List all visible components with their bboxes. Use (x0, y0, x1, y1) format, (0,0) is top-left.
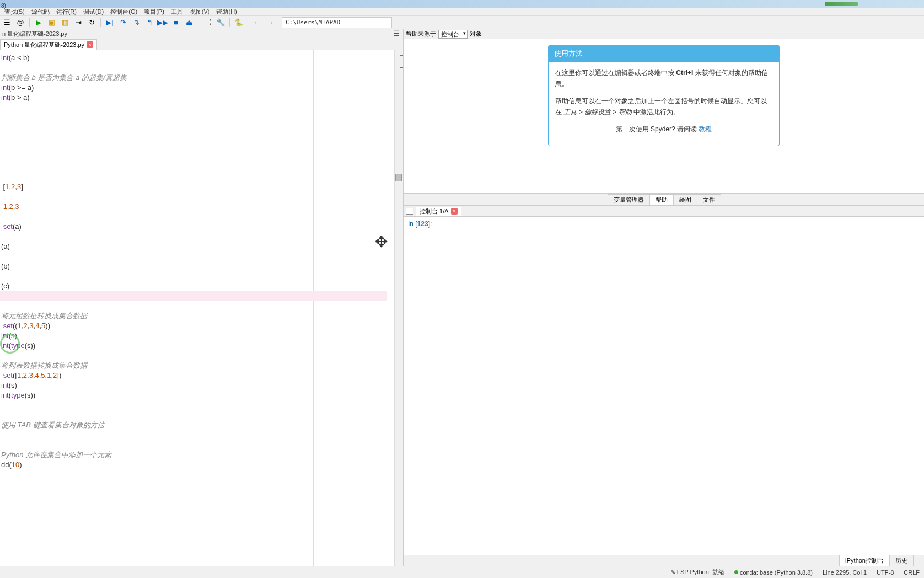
editor-scrollbar[interactable] (394, 50, 403, 566)
pythonpath-icon[interactable]: 🐍 (233, 17, 245, 28)
menu-view[interactable]: 视图(V) (186, 8, 213, 16)
tab-plots[interactable]: 绘图 (673, 194, 697, 205)
window-titlebar: 8) (0, 0, 924, 8)
code-line: 使用 TAB 键查看集合对象的方法 (1, 420, 105, 431)
help-para-1: 在这里你可以通过在编辑器或者终端中按 Ctrl+I 来获得任何对象的帮助信息。 (555, 67, 772, 90)
wrench-icon[interactable]: 🔧 (214, 17, 227, 28)
breadcrumb: n 量化编程基础-2023.py ☰ (0, 29, 403, 39)
console-prompt-number: 123 (417, 220, 428, 228)
maximize-icon[interactable]: ⛶ (201, 17, 213, 28)
tab-history[interactable]: 历史 (889, 555, 914, 566)
help-source-label: 帮助来源于 (406, 30, 436, 38)
exit-debug-icon[interactable]: ⏏ (183, 17, 195, 28)
run-cell-icon[interactable]: ▣ (46, 17, 58, 28)
code-line: 1,2,3 (1, 202, 19, 212)
code-line: set([1,2,3,4,5,1,2]) (1, 371, 61, 381)
file-tab[interactable]: Python 量化编程基础-2023.py × (0, 39, 97, 50)
console-tab-row: 控制台 1/A × (404, 206, 924, 217)
code-line: set(a) (1, 222, 22, 232)
code-line: int(a < b) (1, 53, 30, 63)
status-lsp[interactable]: ✎LSP Python: 就绪 (670, 568, 724, 576)
help-object-label: 对象 (470, 30, 482, 38)
code-line: int(b > a) (1, 93, 30, 103)
code-line: (c) (1, 281, 9, 292)
right-pane: 帮助来源于 控制台 对象 使用方法 在这里你可以通过在编辑器或者终端中按 Ctr… (404, 29, 924, 566)
menu-debug[interactable]: 调试(D) (80, 8, 107, 16)
help-source-dropdown[interactable]: 控制台 (438, 30, 468, 39)
tab-ipython-console[interactable]: IPython控制台 (839, 555, 890, 566)
run-selection-icon[interactable]: ⇥ (72, 17, 84, 28)
console-kernel-icon[interactable] (406, 208, 413, 215)
debug-step-icon[interactable]: ▶| (104, 17, 116, 28)
title-fragment: 8) (0, 3, 7, 9)
code-line: 判断集合 b 是否为集合 a 的超集/真超集 (1, 73, 127, 83)
menu-project[interactable]: 项目(P) (141, 8, 168, 16)
status-eol[interactable]: CRLF (904, 569, 920, 576)
help-title: 使用方法 (549, 45, 779, 62)
toolbar: ☰ @ ▶ ▣ ▥ ⇥ ↻ ▶| ↷ ↴ ↰ ▶▶ ■ ⏏ ⛶ 🔧 🐍 ← → … (0, 16, 924, 29)
tab-help[interactable]: 帮助 (649, 194, 674, 205)
editor-tabs: Python 量化编程基础-2023.py × (0, 39, 403, 50)
close-icon[interactable]: × (451, 208, 458, 215)
help-para-3: 第一次使用 Spyder? 请阅读 教程 (555, 124, 772, 135)
tutorial-link[interactable]: 教程 (699, 125, 712, 133)
menu-help[interactable]: 帮助(H) (213, 8, 240, 16)
code-line: [1,2,3] (1, 182, 23, 192)
tab-files[interactable]: 文件 (697, 194, 721, 205)
code-line: 将元组数据转换成集合数据 (1, 311, 87, 322)
continue-icon[interactable]: ▶▶ (157, 17, 169, 28)
ipython-console[interactable]: In [123]: (404, 217, 924, 555)
menu-source[interactable]: 源代码 (28, 8, 53, 16)
menu-run[interactable]: 运行(R) (53, 8, 80, 16)
status-cursor-pos: Line 2295, Col 1 (823, 569, 867, 576)
code-line: set((1,2,3,4,5)) (1, 321, 50, 331)
scrollbar-thumb[interactable] (395, 174, 402, 181)
forward-icon[interactable]: → (264, 17, 276, 28)
run-icon[interactable]: ▶ (33, 17, 45, 28)
column-ruler (313, 50, 314, 566)
help-panel: 使用方法 在这里你可以通过在编辑器或者终端中按 Ctrl+I 来获得任何对象的帮… (404, 39, 924, 194)
menu-icon[interactable]: ☰ (1, 17, 13, 28)
help-header: 帮助来源于 控制台 对象 (404, 29, 924, 39)
error-marker (400, 55, 403, 56)
help-tab-bar: 变量管理器 帮助 绘图 文件 (404, 194, 924, 206)
tab-label: Python 量化编程基础-2023.py (4, 41, 84, 49)
close-icon[interactable]: × (87, 41, 93, 48)
console-tab-label: 控制台 1/A (420, 207, 449, 216)
status-conda[interactable]: conda: base (Python 3.8.8) (734, 569, 813, 576)
code-line: int(b >= a) (1, 83, 34, 93)
code-line: Python 允许在集合中添加一个元素 (1, 450, 111, 461)
stop-icon[interactable]: ■ (170, 17, 182, 28)
menu-console[interactable]: 控制台(O) (107, 8, 141, 16)
editor-options-icon[interactable]: ☰ (394, 30, 400, 38)
breadcrumb-text: n 量化编程基础-2023.py (2, 30, 67, 38)
code-editor[interactable]: int(a < b)判断集合 b 是否为集合 a 的超集/真超集int(b >=… (0, 50, 403, 566)
step-over-icon[interactable]: ↷ (117, 17, 129, 28)
progress-indicator (825, 2, 858, 6)
console-bottom-tabs: IPython控制台 历史 (404, 555, 924, 566)
working-dir-input[interactable]: C:\Users\MIAPAD (282, 17, 392, 28)
console-tab[interactable]: 控制台 1/A × (416, 207, 461, 216)
console-prompt: In (408, 220, 415, 228)
rerun-icon[interactable]: ↻ (85, 17, 98, 28)
move-cursor-icon: ✥ (375, 231, 388, 254)
help-card: 使用方法 在这里你可以通过在编辑器或者终端中按 Ctrl+I 来获得任何对象的帮… (548, 45, 780, 146)
status-bar: ✎LSP Python: 就绪 conda: base (Python 3.8.… (0, 566, 924, 578)
code-line: (a) (1, 242, 10, 252)
tab-variable-explorer[interactable]: 变量管理器 (608, 194, 650, 205)
annotation-circle (0, 334, 20, 354)
back-icon[interactable]: ← (251, 17, 263, 28)
code-line: int(type(s)) (1, 390, 35, 401)
menu-tools[interactable]: 工具 (168, 8, 186, 16)
current-line-highlight (0, 291, 387, 301)
status-encoding[interactable]: UTF-8 (877, 569, 894, 576)
at-icon[interactable]: @ (14, 17, 26, 28)
code-line: (b) (1, 261, 10, 272)
editor-pane: n 量化编程基础-2023.py ☰ Python 量化编程基础-2023.py… (0, 29, 404, 566)
step-into-icon[interactable]: ↴ (130, 17, 142, 28)
step-out-icon[interactable]: ↰ (143, 17, 155, 28)
code-line: dd(10) (1, 460, 22, 470)
run-cell-advance-icon[interactable]: ▥ (59, 17, 71, 28)
code-line: int(s) (1, 381, 17, 391)
error-marker (400, 67, 403, 68)
